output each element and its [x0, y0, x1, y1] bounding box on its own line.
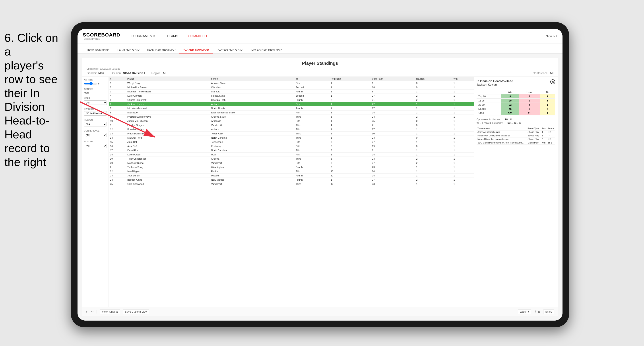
- h2h-tie: 1: [540, 103, 555, 107]
- table-row[interactable]: 3 Michael Thorbjornsen Stanford Fourth 1…: [109, 90, 474, 94]
- player-table-container: # Player School Yr Reg Rank Conf Rank No…: [109, 77, 474, 307]
- sub-nav-team-summary[interactable]: TEAM SUMMARY: [83, 46, 114, 53]
- cell-yr: First: [294, 81, 329, 85]
- nav-committee[interactable]: COMMITTEE: [186, 33, 210, 39]
- h2h-stats: Opponents in division: 98.1% W-L-T recor…: [476, 118, 555, 124]
- cell-rank: 25: [109, 182, 126, 186]
- table-row[interactable]: 8 Mats Ege East Tennessee State Fifth 1 …: [109, 111, 474, 115]
- tourn-name: Fallen Oak Collegiate Invitational: [476, 134, 527, 138]
- cell-conf-rank: 27: [371, 106, 415, 111]
- table-row[interactable]: 1 Wenyi Ding Arizona State First 1 1 8 1: [109, 81, 474, 85]
- cell-no-rds: 2: [415, 98, 452, 102]
- nav-tournaments[interactable]: TOURNAMENTS: [129, 33, 158, 39]
- table-row[interactable]: 15 Jake Hall Tennessee Fifth 3 27 1 1: [109, 140, 474, 144]
- cell-win: 1: [452, 173, 474, 178]
- sub-nav-player-h2h-grid[interactable]: PLAYER H2H GRID: [213, 46, 246, 53]
- conference-label: Conference:: [533, 71, 548, 75]
- h2h-col-tie: Tie: [540, 90, 555, 94]
- table-row[interactable]: 14 Maxwell Ford North Carolina Third 3 2…: [109, 136, 474, 140]
- save-custom-view-button[interactable]: Save Custom View: [123, 309, 149, 314]
- toolbar-icons: ⬇ ⊞: [534, 310, 540, 313]
- sign-out-button[interactable]: Sign out: [546, 34, 557, 38]
- cell-yr: Fourth: [294, 106, 329, 111]
- table-row[interactable]: 10 Jacob Mou Olesen Arkansas Fifth 1 25 …: [109, 119, 474, 123]
- h2h-loss: 6: [519, 107, 540, 111]
- h2h-record-row: W-L-T record in-division: 674 - 33 - 12: [476, 122, 555, 124]
- table-row[interactable]: 13 Phichakun Maichon Texas A&M Third 6 3…: [109, 132, 474, 136]
- table-row[interactable]: 2 Michael La Sasso Ole Miss Second 1 18 …: [109, 85, 474, 90]
- player-select[interactable]: (All): [84, 144, 107, 148]
- table-row[interactable]: 9 Preston Summerhays Arizona State Third…: [109, 115, 474, 119]
- conference-select[interactable]: (All): [84, 133, 107, 137]
- table-row[interactable]: 7 Nicholas Gabrielck North Florida Fourt…: [109, 106, 474, 111]
- sub-nav-player-summary[interactable]: PLAYER SUMMARY: [179, 46, 213, 53]
- sub-nav-player-h2h-heatmap[interactable]: PLAYER H2H HEATMAP: [246, 46, 285, 53]
- cell-rank: 18: [109, 153, 126, 157]
- toolbar-icon-2[interactable]: ⊞: [538, 310, 540, 313]
- h2h-range: 26-50: [476, 103, 502, 107]
- cell-name: Gordon Sargent: [126, 123, 210, 127]
- cell-yr: Fourth: [294, 173, 329, 178]
- table-row[interactable]: 17 David Ford North Carolina Third 3 21 …: [109, 148, 474, 153]
- h2h-title: In Division Head-to-Head: [476, 79, 513, 83]
- h2h-range: 51-100: [476, 107, 502, 111]
- cell-rank: 7: [109, 106, 126, 111]
- cell-name: Preston Summerhays: [126, 115, 210, 119]
- rounds-slider[interactable]: [84, 82, 97, 85]
- cell-conf-rank: 23: [371, 157, 415, 161]
- table-row[interactable]: 19 Tiger Christensen Arizona Third 8 23 …: [109, 157, 474, 161]
- table-row[interactable]: 24 Bastien Amat New Mexico Fourth 1 27 2…: [109, 178, 474, 182]
- cell-school: North Carolina: [210, 148, 294, 153]
- cell-school: Missouri: [210, 173, 294, 178]
- region-value: All: [162, 71, 166, 75]
- table-row[interactable]: 11 Gordon Sargent Vanderbilt Third 4 21 …: [109, 123, 474, 127]
- cell-name: Luke Clanton: [126, 94, 210, 98]
- h2h-breakdown-table: Win Loss Tie Top 10 8 3 2 11-25 20 9 5 2…: [476, 90, 555, 115]
- table-row[interactable]: 5 Christo Lamprecht Georgia Tech Fourth …: [109, 98, 474, 102]
- toolbar-redo[interactable]: ↪: [91, 310, 94, 314]
- cell-conf-rank: 21: [371, 148, 415, 153]
- cell-conf-rank: 23: [371, 182, 415, 186]
- toolbar-icon-1[interactable]: ⬇: [534, 310, 536, 313]
- watch-button[interactable]: Watch ▾: [518, 309, 531, 314]
- table-row[interactable]: 22 Ian Gilligan Florida Third 10 24 1 1: [109, 169, 474, 173]
- region-select[interactable]: N/A: [84, 122, 107, 127]
- sub-nav-team-h2h-grid[interactable]: TEAM H2H GRID: [114, 46, 143, 53]
- cell-conf-rank: 19: [371, 144, 415, 148]
- cell-name: Matthew Riedel: [126, 161, 210, 165]
- table-row[interactable]: 18 Luke Powell ULA First 1 24 1 1: [109, 153, 474, 157]
- cell-school: Washington: [210, 165, 294, 169]
- cell-no-rds: 2: [415, 111, 452, 115]
- cell-yr: Third: [294, 157, 329, 161]
- sidebar-gender-value: Men: [84, 91, 107, 94]
- toolbar-undo[interactable]: ↩: [86, 310, 88, 314]
- table-row[interactable]: 20 Matthew Riedel Vanderbilt Fifth 3 27 …: [109, 161, 474, 165]
- col-reg-rank: Reg Rank: [329, 77, 371, 81]
- cell-rank: 4: [109, 94, 126, 98]
- cell-name: Cole Sherwood: [126, 182, 210, 186]
- nav-teams[interactable]: TEAMS: [165, 33, 180, 39]
- cell-no-rds: 1: [415, 148, 452, 153]
- view-original-button[interactable]: View: Original: [100, 309, 120, 314]
- cell-win: 1: [452, 132, 474, 136]
- sub-nav-team-h2h-heatmap[interactable]: TEAM H2H HEATMAP: [143, 46, 179, 53]
- table-row[interactable]: 4 Luke Clanton Florida State Second 1 27…: [109, 94, 474, 98]
- year-select[interactable]: (All): [84, 100, 107, 105]
- cell-yr: Fifth: [294, 140, 329, 144]
- table-row[interactable]: 16 Alex Goff Kentucky Fifth 8 19 0 1: [109, 144, 474, 148]
- cell-reg-rank: 10: [329, 169, 371, 173]
- share-button[interactable]: Share: [543, 309, 554, 314]
- table-row[interactable]: 6 Jackson Koivun Auburn First 1 22 1 1: [109, 102, 474, 106]
- table-row[interactable]: 25 Cole Sherwood Vanderbilt Third 12 23 …: [109, 182, 474, 186]
- table-row[interactable]: 12 Brendan Valles Auburn Third 1 27 1 1: [109, 127, 474, 132]
- table-row[interactable]: 21 Taehoon Song Washington Fourth 6 23 1…: [109, 165, 474, 169]
- cell-name: Ian Gilligan: [126, 169, 210, 173]
- cell-win: 1: [452, 144, 474, 148]
- table-row[interactable]: 23 Jack Lundin Missouri Fourth 11 24 1 1: [109, 173, 474, 178]
- cell-rank: 17: [109, 148, 126, 153]
- col-school: School: [210, 77, 294, 81]
- division-select[interactable]: NCAA Division I: [84, 111, 107, 116]
- h2h-close-button[interactable]: ✕: [550, 79, 555, 84]
- cell-rank: 14: [109, 136, 126, 140]
- h2h-tie: 3: [540, 107, 555, 111]
